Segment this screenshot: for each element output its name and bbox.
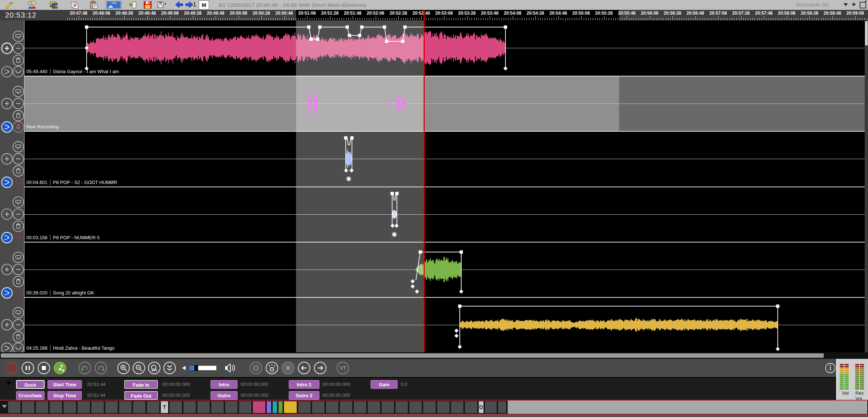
playlist-item[interactable] — [225, 401, 238, 413]
marker-diamond-handle[interactable] — [503, 66, 507, 70]
timeline-ruler[interactable]: 20:53:12 20:47:4820:48:0820:48:2820:48:4… — [0, 10, 868, 20]
vertical-scrollbar-thumb[interactable] — [865, 21, 868, 45]
field-value[interactable]: 00:00:00.000 — [240, 380, 286, 389]
playlist-item[interactable] — [267, 401, 271, 413]
field-value[interactable]: 20:51:44 — [87, 391, 120, 400]
strip-scroll-icon[interactable] — [2, 405, 7, 408]
open-window-icon[interactable] — [860, 2, 866, 8]
record-button[interactable] — [6, 362, 18, 374]
playlist-item[interactable] — [119, 401, 132, 413]
plus-icon[interactable]: + — [852, 0, 856, 9]
clipboard-paste-icon[interactable] — [90, 1, 98, 9]
playlist-item[interactable] — [183, 401, 196, 413]
playlist-item[interactable] — [340, 401, 352, 413]
marker-diamond-handle[interactable] — [459, 289, 463, 293]
collapse-button[interactable] — [164, 362, 175, 374]
zoom-fit-button[interactable] — [148, 362, 160, 374]
preview-image-icon[interactable]: OTM — [105, 1, 122, 9]
playlist-item[interactable] — [284, 401, 297, 413]
playlist-item[interactable] — [437, 401, 450, 413]
clear-button[interactable] — [266, 362, 278, 374]
playlist-item[interactable] — [382, 401, 394, 413]
vol-down-icon[interactable] — [182, 366, 186, 370]
marker-diamond-handle[interactable] — [458, 345, 462, 349]
field-value[interactable]: 00:00:00.000 — [322, 391, 368, 400]
intro-button[interactable]: Intro — [211, 380, 238, 389]
crossfade-button[interactable]: Crossfade — [16, 391, 45, 400]
envelope-handle[interactable] — [504, 26, 507, 29]
envelope-handle[interactable] — [460, 251, 463, 254]
playlist-item-t[interactable]: T — [161, 401, 168, 413]
stop-button[interactable] — [38, 362, 50, 374]
fade-in-button[interactable]: Fade In — [124, 380, 158, 389]
speaker-icon[interactable] — [227, 364, 235, 372]
save-icon[interactable] — [143, 1, 152, 9]
gain-button[interactable]: Gain — [371, 380, 398, 389]
volume-slider-handle[interactable] — [194, 365, 198, 371]
playlist-item[interactable] — [64, 401, 76, 413]
save-close-icon[interactable]: + — [157, 1, 166, 9]
marker-diamond-handle[interactable] — [454, 328, 458, 333]
playlist-item-o[interactable]: O — [479, 401, 484, 413]
outro-button[interactable]: Outro — [211, 391, 238, 400]
playlist-item[interactable] — [465, 401, 477, 413]
close-file-icon[interactable] — [129, 1, 137, 9]
outro-2-button[interactable]: Outro 2 — [289, 391, 319, 400]
playlist-item[interactable] — [298, 401, 311, 413]
zoom-out-button[interactable] — [133, 362, 145, 374]
horizontal-scrollbar-thumb[interactable] — [1, 353, 824, 358]
envelope-handle[interactable] — [776, 305, 780, 308]
zoom-in-button[interactable] — [118, 362, 129, 374]
volume-control[interactable] — [182, 364, 235, 372]
playlist-item[interactable] — [211, 401, 224, 413]
nav-forward-icon[interactable] — [185, 1, 194, 9]
prev-button[interactable] — [298, 362, 310, 374]
field-value[interactable]: 20:51:44 — [87, 380, 120, 389]
playlist-item[interactable] — [253, 401, 265, 413]
insert-audio-button[interactable] — [54, 362, 66, 374]
playlist-item[interactable] — [312, 401, 325, 413]
pencil-icon[interactable] — [4, 1, 13, 9]
collapse-panel-icon[interactable] — [6, 382, 12, 385]
playlist-item[interactable] — [498, 401, 506, 413]
schedule-label[interactable]: Schedule (0) — [796, 1, 829, 8]
playlist-item[interactable] — [91, 401, 104, 413]
playlist-item[interactable] — [354, 401, 366, 413]
playlist-item[interactable] — [36, 401, 48, 413]
playlist-item[interactable] — [22, 401, 34, 413]
playlist-item[interactable] — [485, 401, 497, 413]
marker-mode-button[interactable]: M — [199, 0, 209, 10]
copy-icon[interactable] — [70, 1, 79, 9]
marker-diamond-handle[interactable] — [454, 334, 458, 338]
envelope-handle[interactable] — [85, 26, 88, 29]
playlist-item[interactable] — [8, 401, 20, 413]
playlist-item[interactable] — [50, 401, 62, 413]
audio-clip-waveform[interactable] — [460, 318, 778, 332]
playlist-item[interactable] — [326, 401, 338, 413]
horizontal-scrollbar[interactable] — [0, 352, 868, 359]
playlist-item[interactable] — [133, 401, 145, 413]
field-value[interactable]: 00:00:00.000 — [162, 380, 208, 389]
field-value[interactable]: 00:00:00.000 — [240, 391, 286, 400]
playlist-item[interactable] — [368, 401, 380, 413]
pause-button[interactable] — [22, 362, 34, 374]
field-value[interactable]: 0.0 — [401, 380, 430, 389]
nav-back-icon[interactable] — [175, 1, 183, 9]
playlist-item[interactable] — [239, 401, 251, 413]
playlist-item[interactable] — [409, 401, 422, 413]
layers-icon[interactable] — [49, 1, 58, 9]
users-icon[interactable] — [27, 1, 36, 9]
playlist-item[interactable] — [423, 401, 436, 413]
playlist-item[interactable] — [77, 401, 90, 413]
playlist-item[interactable] — [395, 401, 408, 413]
playlist-item[interactable] — [105, 401, 118, 413]
info-icon[interactable] — [826, 363, 835, 373]
playlist-item[interactable] — [170, 401, 182, 413]
vertical-scrollbar[interactable] — [865, 20, 868, 352]
envelope-handle[interactable] — [458, 305, 462, 308]
marker-diamond-handle[interactable] — [776, 347, 780, 351]
next-button[interactable] — [314, 362, 326, 374]
fade-out-button[interactable]: Fade Out — [124, 391, 158, 400]
stop-time-button[interactable]: Stop Time — [48, 391, 82, 400]
playlist-item[interactable] — [273, 401, 277, 413]
